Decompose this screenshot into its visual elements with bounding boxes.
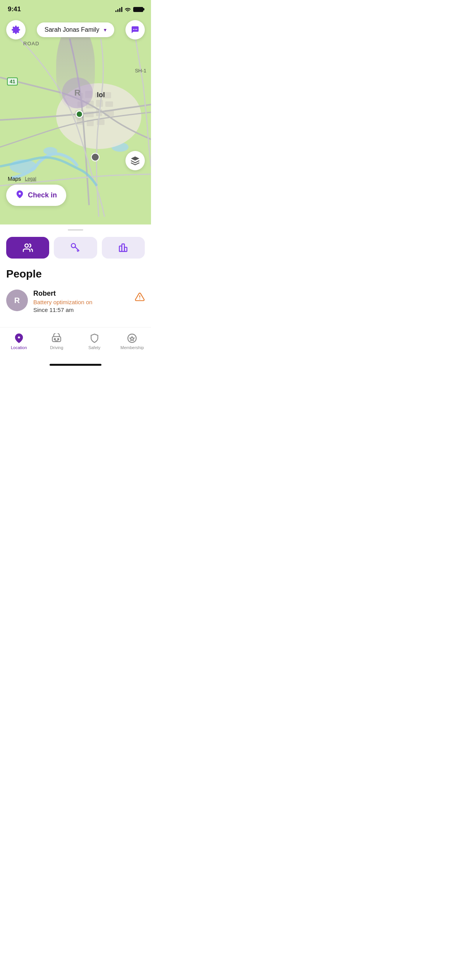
battery-icon [133,7,143,12]
map-marker-r[interactable]: R [62,77,93,108]
svg-point-22 [135,29,136,30]
driving-nav-icon [51,333,62,344]
warning-icon [135,292,145,304]
map-layers-button[interactable] [125,151,145,170]
home-indicator [50,364,101,366]
person-name: Robert [33,290,129,298]
nav-location[interactable]: Location [0,331,38,351]
map-attribution: Maps Legal [6,176,36,182]
status-bar: 9:41 [0,0,151,16]
tab-keys[interactable] [54,237,97,259]
svg-point-35 [58,339,59,340]
nav-safety-label: Safety [88,345,100,350]
svg-point-25 [25,244,28,247]
top-bar: Sarah Jonas Family ▾ [0,20,151,39]
chat-button[interactable] [125,20,145,39]
svg-rect-13 [105,101,113,107]
nav-safety[interactable]: Safety [76,331,113,351]
drag-handle[interactable] [68,229,83,231]
family-name: Sarah Jonas Family [45,26,99,33]
checkin-button[interactable]: Check in [6,185,66,206]
svg-point-23 [136,29,137,30]
svg-point-34 [54,339,55,340]
map-dot [91,153,100,161]
membership-nav-icon [127,333,137,344]
map-road-label: ROAD [23,41,39,46]
tab-people[interactable] [6,237,49,259]
signal-icon [115,7,122,12]
map-location-pin [76,110,83,118]
person-info: Robert Battery optimization on Since 11:… [33,290,129,313]
bottom-sheet: People R Robert Battery optimization on … [0,229,151,327]
person-avatar: R [6,290,28,311]
bottom-nav: Location Driving Safety [0,327,151,362]
nav-membership-label: Membership [120,345,144,350]
wifi-icon [125,7,131,12]
nav-membership[interactable]: Membership [113,331,151,351]
apple-maps-logo: Maps [6,176,21,182]
map-area[interactable]: ROAD lol 41 SH-1 Sarah Jonas Family ▾ R [0,0,151,224]
map-route-label: 41 [7,77,18,86]
nav-driving-label: Driving [50,345,63,350]
safety-nav-icon [89,333,100,344]
nav-location-label: Location [11,345,27,350]
family-selector[interactable]: Sarah Jonas Family ▾ [37,22,114,37]
status-icons [115,7,143,12]
checkin-icon [15,190,24,200]
chevron-down-icon: ▾ [104,27,106,33]
svg-point-24 [19,192,21,195]
svg-point-32 [18,336,21,339]
legal-link[interactable]: Legal [25,176,36,182]
marker-initial: R [74,88,81,98]
map-city-label: lol [97,91,105,99]
nav-driving[interactable]: Driving [38,331,76,351]
map-sh-label: SH-1 [135,68,146,74]
home-indicator-container [0,364,151,369]
person-time: Since 11:57 am [33,307,129,313]
tab-places[interactable] [102,237,145,259]
person-status: Battery optimization on [33,299,129,305]
person-card[interactable]: R Robert Battery optimization on Since 1… [0,286,151,319]
category-tabs [0,237,151,265]
status-time: 9:41 [8,5,21,13]
location-nav-icon [14,333,24,344]
svg-rect-12 [96,100,103,107]
svg-point-21 [133,29,134,30]
svg-rect-29 [125,247,127,252]
checkin-label: Check in [28,191,57,199]
settings-button[interactable] [6,20,26,39]
svg-point-36 [128,334,136,343]
section-title: People [0,265,151,286]
